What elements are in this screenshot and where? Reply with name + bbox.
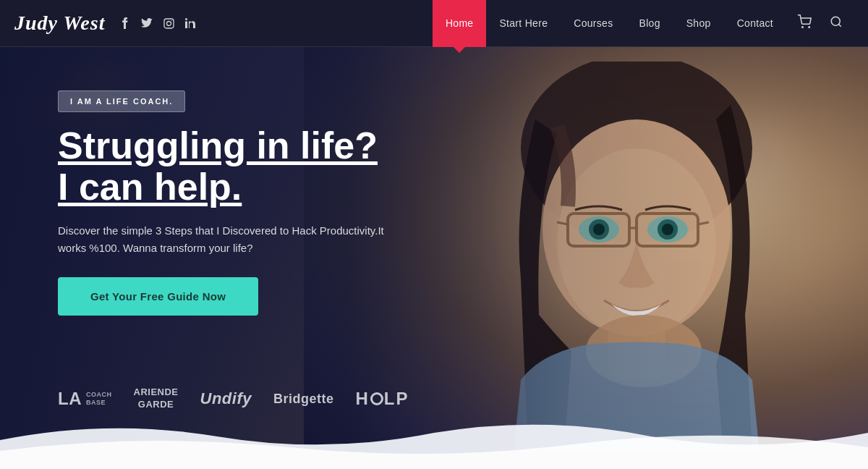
hero-badge: I AM A LIFE COACH. [58, 90, 185, 112]
nav-icons [793, 11, 846, 36]
nav-courses[interactable]: Courses [561, 0, 626, 47]
facebook-icon[interactable] [118, 16, 132, 30]
svg-rect-0 [164, 19, 174, 28]
nav-blog[interactable]: Blog [626, 0, 673, 47]
svg-rect-3 [185, 22, 187, 29]
linkedin-icon[interactable] [183, 16, 197, 30]
nav-links: Home Start Here Courses Blog Shop Contac… [433, 0, 786, 47]
navbar-right: Home Start Here Courses Blog Shop Contac… [433, 0, 846, 47]
svg-point-5 [802, 26, 804, 28]
logo-holp: HLP [355, 389, 409, 409]
logo-la-coach: LA COACHBASE [58, 389, 112, 409]
wave-decoration [0, 411, 868, 469]
hero-title: Struggling in life? I can help. [58, 125, 391, 208]
logo-undify: Undify [200, 389, 252, 408]
cart-icon[interactable] [793, 11, 815, 36]
svg-point-6 [809, 26, 810, 28]
search-icon[interactable] [826, 12, 846, 35]
instagram-icon[interactable] [161, 16, 176, 30]
nav-start-here[interactable]: Start Here [486, 0, 561, 47]
logos-bar: LA COACHBASE ariendegarde Undify Bridget… [58, 386, 409, 411]
logo-bridgette: Bridgette [273, 392, 334, 407]
social-icons [118, 16, 197, 30]
svg-point-7 [831, 17, 840, 25]
svg-line-8 [838, 24, 841, 26]
navbar: Judy West [0, 0, 868, 47]
twitter-icon[interactable] [140, 16, 154, 30]
hero-section: I AM A LIFE COACH. Struggling in life? I… [0, 47, 868, 469]
logo-la-text: LA [58, 389, 82, 409]
hero-title-line1: Struggling in life? [58, 124, 378, 166]
logo-holp-text: HLP [355, 389, 409, 409]
svg-point-1 [166, 21, 171, 25]
hero-description: Discover the simple 3 Steps that I Disco… [58, 222, 391, 257]
cta-button[interactable]: Get Your Free Guide Now [58, 277, 258, 316]
logo-bridgette-text: Bridgette [273, 392, 334, 407]
svg-point-2 [171, 20, 172, 21]
hero-content: I AM A LIFE COACH. Struggling in life? I… [58, 90, 391, 352]
logo-ariende-garde: ariendegarde [134, 386, 179, 411]
nav-shop[interactable]: Shop [673, 0, 724, 47]
hero-title-line2: I can help. [58, 166, 242, 208]
nav-contact[interactable]: Contact [724, 0, 786, 47]
svg-point-4 [185, 18, 187, 20]
navbar-left: Judy West [14, 12, 197, 35]
nav-home[interactable]: Home [433, 0, 487, 47]
logo-undify-text: Undify [200, 389, 252, 408]
site-logo[interactable]: Judy West [14, 12, 105, 35]
logo-ariende-text: ariendegarde [134, 386, 179, 411]
logo-coach-base-text: COACHBASE [86, 391, 112, 407]
